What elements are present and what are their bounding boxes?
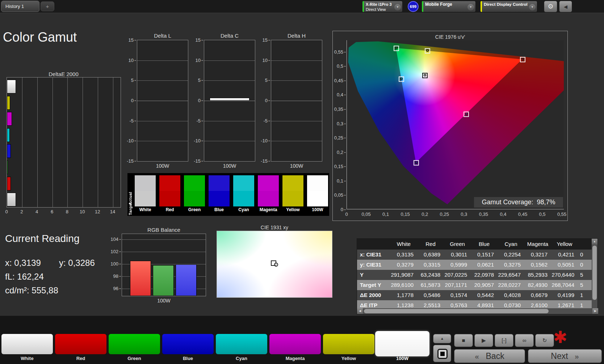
swatch-actual: [233, 175, 254, 191]
stop-button[interactable]: ■: [454, 334, 473, 347]
tab-history-1[interactable]: History 1: [1, 1, 39, 12]
current-reading-fl: fL: 162,24: [5, 272, 44, 282]
chevron-down-icon: ▼: [529, 4, 536, 11]
table-vertical-scrollbar[interactable]: ▲: [592, 239, 597, 309]
pattern-button-green[interactable]: [109, 334, 160, 354]
delta-l-x-label: 100W: [137, 163, 188, 169]
swatch-target: [233, 191, 254, 206]
x-tick-label: 0,15: [401, 212, 410, 217]
gridline: [122, 252, 206, 252]
loop-button[interactable]: ∞: [515, 334, 534, 347]
table-cell: 0,4211: [551, 250, 578, 260]
swatch-target: [159, 191, 180, 206]
pattern-button-cyan[interactable]: [216, 334, 267, 354]
gridline: [137, 80, 188, 81]
deltae-bar-100w: [7, 193, 16, 206]
gridline: [83, 78, 83, 207]
deltae2000-chart: [7, 77, 121, 208]
pattern-button-blue[interactable]: [162, 334, 214, 354]
vertical-scroll-thumb[interactable]: [592, 246, 597, 300]
horizontal-scroll-thumb[interactable]: [364, 309, 549, 313]
pattern-button-magenta[interactable]: [269, 334, 321, 354]
play-button[interactable]: ▶: [474, 334, 493, 347]
column-header: Magenta: [524, 239, 551, 250]
table-cell: 0,3011: [444, 250, 471, 260]
source-dropdown[interactable]: Mobile Forge ▼: [421, 1, 476, 12]
y-tick-label: 0,3: [334, 121, 346, 126]
table-cell: 207,0225: [444, 270, 471, 280]
y-tick-label: 5: [124, 78, 136, 83]
chevron-down-icon: ▼: [394, 4, 401, 11]
table-cell: 0,0621: [471, 260, 498, 270]
meter-dropdown[interactable]: X-Rite i1Pro 3 Direct View ▼: [362, 1, 403, 12]
swatch-target: [184, 191, 205, 206]
alert-asterisk-icon: ✱: [553, 329, 567, 346]
gridline: [271, 80, 322, 81]
x-tick-label: 0,1: [382, 212, 389, 217]
pattern-button-white[interactable]: [1, 334, 53, 354]
table-corner-cell: [357, 239, 390, 250]
scroll-left-button[interactable]: ◀: [357, 308, 363, 314]
scroll-left-icon: ◀: [359, 309, 361, 313]
back-chevrons-icon: «: [475, 352, 479, 360]
workflow-dropdown[interactable]: Direct Display Control ▼: [480, 1, 537, 12]
swatch-label: Cyan: [233, 207, 254, 212]
table-cell: 0,2254: [498, 250, 524, 260]
current-reading-x: x: 0,3139: [5, 258, 41, 268]
y-tick-label: -15: [191, 158, 203, 164]
gamut-coverage-readout: Gamut Coverage: 98,7%: [474, 197, 563, 208]
y-tick-label: 0,2: [334, 149, 346, 155]
back-button[interactable]: « Back: [454, 349, 525, 363]
settings-button[interactable]: ⚙: [544, 1, 557, 12]
pattern-up-button[interactable]: ▲: [433, 334, 451, 343]
add-tab-button[interactable]: +: [41, 1, 54, 11]
y-tick-label: 10: [124, 57, 136, 63]
gridline: [204, 121, 255, 121]
pattern-button-100w[interactable]: [375, 331, 429, 356]
x-tick-label: 0,35: [479, 212, 488, 217]
table-cell: 229,6547: [498, 270, 524, 280]
swatch-actual: [209, 175, 230, 191]
y-tick-label: 0: [334, 207, 346, 212]
table-horizontal-scrollbar[interactable]: ◀ ▶: [357, 308, 598, 314]
pattern-button-red[interactable]: [55, 334, 106, 354]
pattern-window-button[interactable]: [433, 345, 451, 362]
rgb-balance-x-label: 100W: [122, 298, 206, 304]
next-button[interactable]: Next »: [528, 349, 602, 363]
source-label: Mobile Forge: [425, 2, 452, 7]
gridline: [204, 80, 255, 81]
gridline: [271, 101, 322, 101]
swatch-target: [258, 191, 279, 206]
y-tick-label: 0,15: [334, 164, 346, 169]
swatch-label: Green: [184, 207, 205, 212]
table-cell: 0,5999: [444, 260, 471, 270]
table-cell: 2,5513: [417, 300, 444, 309]
scroll-up-button[interactable]: ▲: [592, 239, 597, 244]
swatch-green: [184, 175, 205, 206]
refresh-button[interactable]: ↻: [535, 334, 554, 347]
table-cell: 1,2671: [551, 300, 578, 309]
step-button[interactable]: [-]: [495, 334, 513, 347]
scroll-right-button[interactable]: ▶: [592, 308, 598, 314]
x-tick-label: 8: [66, 209, 68, 214]
table-cell: 0,3315: [417, 260, 444, 270]
gridline: [137, 60, 188, 61]
deltae-bar-white: [7, 80, 16, 93]
y-tick-label: 102: [109, 249, 121, 254]
collapse-panel-button[interactable]: ◀: [559, 1, 572, 12]
y-tick-label: 10: [191, 57, 203, 63]
column-header-partial: [578, 239, 592, 250]
cie-point-dot: [424, 74, 426, 76]
pattern-label: Magenta: [269, 356, 321, 361]
gear-icon: ⚙: [548, 3, 553, 10]
pattern-button-yellow[interactable]: [323, 334, 374, 354]
meter-label: X-Rite i1Pro 3 Direct View: [366, 2, 392, 12]
column-header: Red: [417, 239, 444, 250]
app-window: History 1 + X-Rite i1Pro 3 Direct View ▼…: [0, 0, 604, 364]
swatch-label: Blue: [209, 207, 230, 212]
x-tick-label: 0,5: [539, 212, 545, 217]
pattern-label: Yellow: [323, 356, 374, 361]
cie1976-title: CIE 1976 u'v': [333, 34, 567, 40]
pattern-label: Green: [109, 356, 160, 361]
gridline: [137, 101, 188, 101]
